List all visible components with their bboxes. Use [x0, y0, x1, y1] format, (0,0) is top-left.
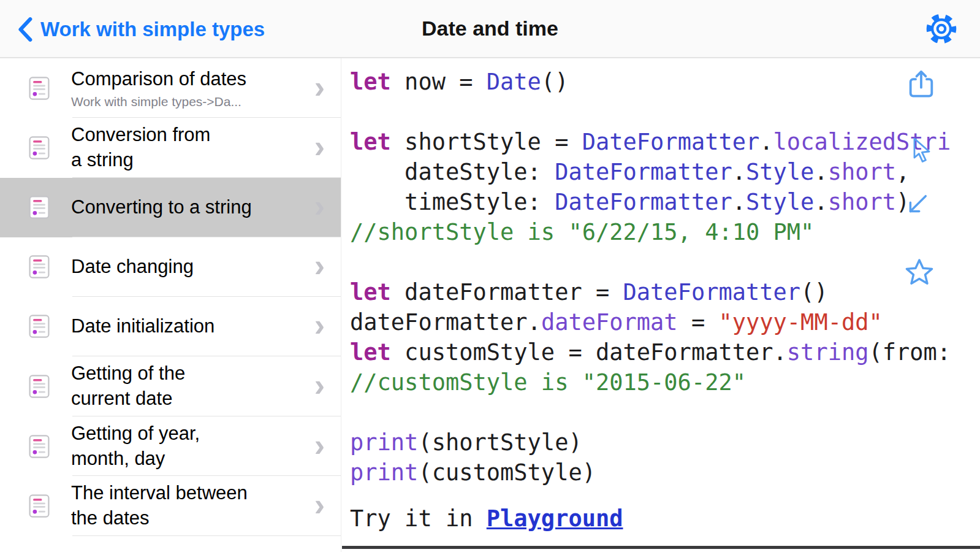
list-item[interactable]: Converting to a string ›	[0, 178, 341, 237]
code-token: ()	[541, 69, 569, 95]
code-lines: let now = Date() let shortStyle = DateFo…	[350, 67, 980, 488]
list-item[interactable]: Getting of year, month, day ›	[0, 416, 341, 477]
list-item-text: Comparison of dates Work with simple typ…	[71, 67, 304, 110]
code-token: (shortStyle)	[418, 429, 582, 456]
code-token: //customStyle is "2015-06-22"	[350, 369, 746, 396]
share-button[interactable]	[905, 67, 938, 101]
horizontal-scrollbar[interactable]	[342, 546, 980, 549]
try-it-line: Try it in Playground	[350, 504, 980, 534]
code-token: dateFormatter =	[391, 279, 623, 305]
sidebar-list: Comparison of dates Work with simple typ…	[0, 58, 341, 536]
code-token: //shortStyle is "6/22/15, 4:10 PM"	[350, 219, 814, 245]
list-item-text: Getting of year, month, day	[71, 421, 304, 472]
settings-button[interactable]	[924, 11, 959, 47]
chevron-right-icon: ›	[314, 429, 325, 461]
list-item[interactable]: Comparison of dates Work with simple typ…	[0, 58, 341, 118]
list-item-title: The interval between the dates	[71, 481, 304, 531]
list-item-subtitle: Work with simple types->Da...	[71, 94, 304, 109]
list-item[interactable]: Date initialization ›	[0, 297, 341, 356]
navigation-bar: Work with simple types Date and time	[0, 0, 980, 58]
favorite-star-button[interactable]	[903, 256, 935, 288]
calendar-page-icon	[26, 253, 53, 280]
code-line: dateFormatter.dateFormat = "yyyy-MM-dd"	[350, 307, 980, 337]
code-token: .	[732, 189, 746, 215]
code-token: let	[350, 339, 391, 366]
code-token: =	[678, 309, 719, 335]
gear-icon	[924, 11, 959, 47]
code-token: let	[350, 69, 391, 95]
code-token: .	[814, 189, 827, 215]
code-token: .	[814, 159, 827, 185]
code-token: short	[828, 159, 896, 185]
jump-down-left-button[interactable]	[902, 191, 930, 220]
code-token: "yyyy-MM-dd"	[718, 309, 882, 335]
code-token: let	[350, 279, 391, 305]
calendar-page-icon	[26, 194, 53, 221]
calendar-page-icon	[26, 373, 53, 400]
list-item[interactable]: Conversion from a string ›	[0, 118, 341, 178]
code-line: timeStyle: DateFormatter.Style.short)	[350, 187, 980, 217]
chevron-right-icon: ›	[314, 71, 325, 102]
code-token: (from:	[869, 339, 951, 366]
code-line: let customStyle = dateFormatter.string(f…	[350, 337, 980, 367]
back-label: Work with simple types	[40, 18, 265, 41]
code-line: print(customStyle)	[350, 458, 980, 488]
code-panel[interactable]: let now = Date() let shortStyle = DateFo…	[342, 58, 980, 552]
code-line: dateStyle: DateFormatter.Style.short,	[350, 157, 980, 187]
code-token: DateFormatter	[555, 159, 732, 185]
code-line: let dateFormatter = DateFormatter()	[350, 277, 980, 307]
chevron-left-icon	[16, 15, 33, 44]
code-line: print(shortStyle)	[350, 427, 980, 458]
code-token: print	[350, 429, 418, 456]
sidebar: Comparison of dates Work with simple typ…	[0, 58, 341, 552]
list-item[interactable]: The interval between the dates ›	[0, 476, 341, 536]
calendar-page-icon	[26, 313, 53, 340]
chevron-right-icon: ›	[314, 489, 325, 521]
code-token: string	[787, 339, 869, 366]
list-item[interactable]: Getting of the current date ›	[0, 356, 341, 416]
code-token: DateFormatter	[582, 129, 760, 155]
star-icon	[903, 256, 935, 288]
code-token: short	[828, 189, 896, 215]
code-line: let shortStyle = DateFormatter.localized…	[350, 127, 980, 157]
list-item[interactable]: Date changing ›	[0, 237, 341, 297]
code-token: dateStyle:	[350, 159, 555, 185]
list-item-text: Getting of the current date	[71, 361, 304, 412]
playground-link[interactable]: Playground	[487, 505, 623, 532]
code-token: let	[350, 129, 391, 155]
code-line	[350, 247, 980, 277]
chevron-right-icon: ›	[314, 309, 325, 341]
chevron-right-icon: ›	[314, 190, 325, 222]
back-button[interactable]: Work with simple types	[16, 0, 265, 58]
list-item-title: Date initialization	[71, 314, 304, 339]
list-item-text: Date initialization	[71, 314, 304, 339]
code-token: .	[732, 159, 746, 185]
list-item-text: Converting to a string	[71, 195, 304, 220]
chevron-right-icon: ›	[314, 131, 325, 163]
code-line: //customStyle is "2015-06-22"	[350, 367, 980, 397]
code-token: now =	[391, 69, 487, 95]
code-token: dateFormatter.	[350, 309, 541, 335]
share-icon	[905, 67, 938, 101]
code-line: let now = Date()	[350, 67, 980, 97]
code-token: shortStyle =	[391, 129, 582, 155]
row-separator	[72, 535, 341, 536]
list-item-text: Conversion from a string	[71, 123, 304, 173]
list-item-title: Conversion from a string	[71, 123, 304, 173]
code-token: timeStyle:	[350, 189, 555, 215]
code-line	[350, 97, 980, 127]
code-token: print	[350, 459, 418, 486]
list-item-title: Getting of the current date	[71, 361, 304, 412]
code-token: ,	[896, 159, 910, 185]
cursor-arrow-icon	[910, 136, 934, 166]
code-token: dateFormat	[541, 309, 678, 335]
calendar-page-icon	[26, 134, 53, 161]
code-line: //shortStyle is "6/22/15, 4:10 PM"	[350, 217, 980, 247]
code-token: (customStyle)	[418, 459, 596, 486]
calendar-page-icon	[26, 433, 53, 460]
calendar-page-icon	[26, 493, 53, 519]
list-item-text: The interval between the dates	[71, 481, 304, 531]
code-token: ()	[800, 279, 828, 305]
code-token: DateFormatter	[555, 189, 732, 215]
code-line	[350, 397, 980, 427]
